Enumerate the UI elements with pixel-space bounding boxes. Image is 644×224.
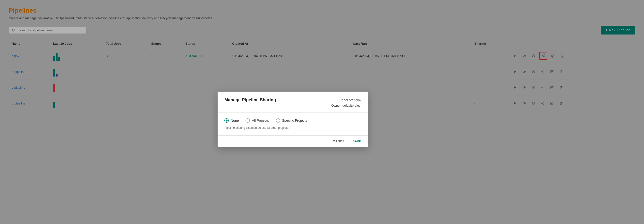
modal-footer: CANCEL SAVE [218,135,368,147]
radio-specific-projects[interactable]: Specific Projects [276,118,307,123]
radio-all-projects-label: All Projects [252,118,269,122]
modal-overlay: Manage Pipeline Sharing Pipeline: nginx … [0,0,644,224]
radio-none[interactable]: None [224,118,239,123]
modal-header: Manage Pipeline Sharing Pipeline: nginx … [218,92,368,112]
radio-specific-projects-label: Specific Projects [282,118,307,122]
owner-label: Owner: defaultproject [331,103,361,108]
modal-body: None All Projects Specific Projects Pipe… [218,112,368,135]
radio-specific-projects-input[interactable] [276,118,280,123]
sharing-description: Pipeline sharing disabled across all oth… [224,126,361,130]
cancel-button[interactable]: CANCEL [333,140,346,143]
radio-group: None All Projects Specific Projects [224,118,361,123]
manage-sharing-modal: Manage Pipeline Sharing Pipeline: nginx … [218,92,368,147]
modal-meta: Pipeline: nginx Owner: defaultproject [331,98,361,108]
pipeline-label: Pipeline: nginx [331,98,361,103]
save-button[interactable]: SAVE [352,140,361,143]
page-container: Pipelines Create and manage declarative,… [0,0,644,224]
radio-none-label: None [231,118,239,122]
radio-all-projects[interactable]: All Projects [246,118,269,123]
radio-all-projects-input[interactable] [246,118,250,123]
radio-none-input[interactable] [224,118,229,123]
modal-title: Manage Pipeline Sharing [224,98,276,102]
